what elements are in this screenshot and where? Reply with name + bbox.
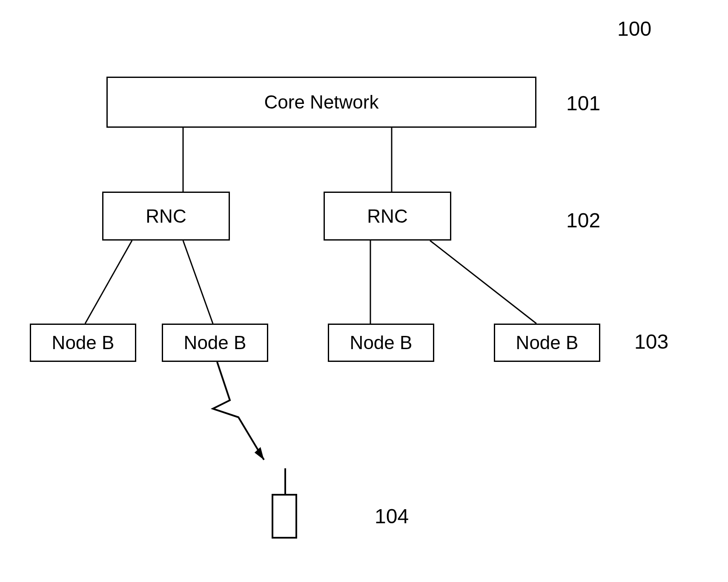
device-body — [272, 494, 297, 539]
rnc-box-2: RNC — [324, 192, 451, 241]
nodeb-text-2: Node B — [184, 332, 246, 353]
device-antenna — [284, 468, 286, 494]
diagram-number-label: 100 — [617, 17, 651, 40]
nodeb-text-4: Node B — [516, 332, 579, 353]
nodeb-box-3: Node B — [328, 324, 434, 362]
core-network-text: Core Network — [264, 92, 379, 113]
rnc-box-1: RNC — [102, 192, 230, 241]
nodeb-box-1: Node B — [30, 324, 136, 362]
rnc-num-label: 102 — [566, 209, 600, 232]
device-num-label: 104 — [375, 505, 409, 528]
svg-line-3 — [183, 241, 213, 324]
svg-line-2 — [85, 241, 132, 324]
rnc-text-1: RNC — [146, 206, 186, 227]
nodeb-num-label: 103 — [634, 330, 668, 353]
nodeb-box-2: Node B — [162, 324, 268, 362]
rnc-text-2: RNC — [367, 206, 407, 227]
nodeb-text-1: Node B — [52, 332, 115, 353]
svg-marker-6 — [255, 449, 264, 460]
core-network-num-label: 101 — [566, 92, 600, 115]
core-network-box: Core Network — [106, 77, 536, 128]
svg-marker-7 — [255, 447, 264, 460]
nodeb-text-3: Node B — [350, 332, 413, 353]
svg-line-5 — [430, 241, 536, 324]
nodeb-box-4: Node B — [494, 324, 600, 362]
